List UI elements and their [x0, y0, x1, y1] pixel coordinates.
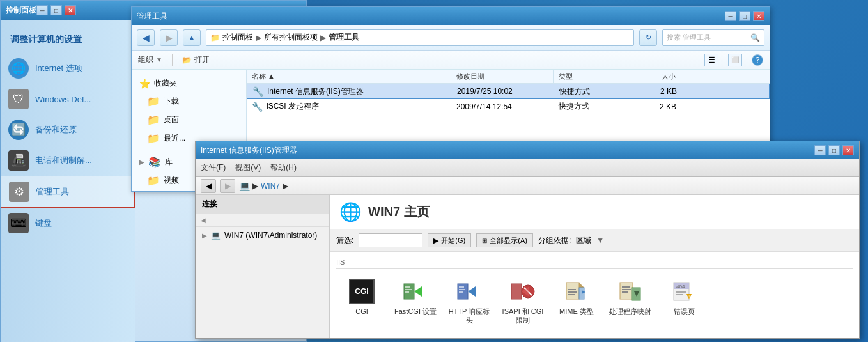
recent-icon: 📁	[147, 132, 160, 144]
iis-minimize-button[interactable]: ─	[814, 145, 826, 155]
iis-icon-mime[interactable]: MIME 类型	[551, 274, 602, 330]
explorer-close-button[interactable]: ✕	[753, 11, 764, 21]
iis-titlebar: Internet 信息服务(IIS)管理器 ─ □ ✕	[196, 141, 859, 159]
cgi-icon-box: CGI	[349, 279, 375, 304]
up-button[interactable]: ▲	[183, 29, 201, 46]
iis-tree-expand-icon: ▶	[202, 232, 207, 239]
favorites-label: 收藏夹	[154, 78, 177, 89]
library-label: 库	[165, 157, 173, 167]
iis-icon-fastcgi[interactable]: FastCGI 设置	[390, 274, 441, 330]
iis-tree-item-win7[interactable]: ▶ 💻 WIN7 (WIN7\Administrator)	[196, 227, 329, 244]
iis-toolbar-row: ◀	[196, 214, 329, 227]
sidebar-item-internet[interactable]: 🌐 Internet 选项	[1, 53, 135, 84]
iis-maximize-button[interactable]: □	[828, 145, 840, 155]
table-row[interactable]: 🔧 iSCSI 发起程序 2009/7/14 12:54 快捷方式 2 KB	[247, 99, 770, 114]
open-button[interactable]: 📂 打开	[182, 54, 210, 65]
left-panel-favorites[interactable]: ⭐ 收藏夹	[132, 75, 246, 92]
svg-rect-8	[459, 289, 465, 290]
breadcrumb-win7[interactable]: WIN7	[261, 182, 280, 190]
search-box[interactable]: 搜索 管理工具 🔍	[662, 29, 764, 46]
svg-rect-23	[622, 289, 631, 290]
explorer-maximize-button[interactable]: □	[739, 11, 750, 21]
handler-icon-img	[617, 279, 643, 304]
svg-rect-22	[622, 286, 630, 288]
address-part1: 控制面板	[222, 32, 253, 43]
fastcgi-svg	[403, 279, 428, 304]
show-all-label: 全部显示(A)	[490, 236, 527, 245]
left-panel-download[interactable]: 📁 下载	[132, 92, 246, 111]
iis-icons-grid: CGI CGI	[336, 274, 853, 330]
address-bar[interactable]: 📁 控制面板 ▶ 所有控制面板项 ▶ 管理工具	[206, 29, 634, 46]
open-icon: 📂	[182, 56, 192, 65]
iis-right-header: 🌐 WIN7 主页	[330, 195, 859, 229]
iscsi-file-name: iSCSI 发起程序	[267, 101, 319, 112]
control-panel-title-label: 控制面板	[6, 5, 36, 16]
column-type[interactable]: 类型	[554, 70, 630, 83]
cgi-icon-img: CGI	[349, 279, 375, 304]
view-btn2[interactable]: ⬜	[728, 54, 742, 66]
sidebar-item-backup-label: 备份和还原	[35, 124, 77, 136]
maximize-button[interactable]: □	[50, 5, 62, 15]
handler-svg	[617, 279, 643, 304]
iis-menu-file[interactable]: 文件(F)	[201, 162, 226, 173]
start-button[interactable]: ▶ 开始(G)	[428, 233, 471, 247]
iis-icon-handler[interactable]: 处理程序映射	[605, 274, 656, 330]
isapi-svg	[510, 279, 536, 304]
fastcgi-label: FastCGI 设置	[394, 307, 437, 316]
svg-rect-21	[620, 283, 633, 299]
iis-menu-view[interactable]: 视图(V)	[235, 162, 261, 173]
windows-def-icon: 🛡	[8, 89, 29, 109]
svg-rect-31	[676, 294, 683, 295]
sidebar-item-keyboard[interactable]: ⌨ 键盘	[1, 208, 135, 238]
svg-marker-1	[414, 286, 422, 297]
groupby-dropdown-arrow[interactable]: ▼	[596, 236, 604, 245]
search-placeholder: 搜索 管理工具	[667, 33, 711, 42]
explorer-titlebar: 管理工具 ─ □ ✕	[132, 7, 770, 25]
table-row[interactable]: 🔧 Internet 信息服务(IIS)管理器 2019/7/25 10:02 …	[247, 84, 770, 99]
breadcrumb-separator1: ▶	[252, 182, 258, 190]
iis-main-title: WIN7 主页	[368, 203, 430, 221]
minimize-button[interactable]: ─	[36, 5, 48, 15]
iis-window: Internet 信息服务(IIS)管理器 ─ □ ✕ 文件(F) 视图(V) …	[195, 141, 860, 339]
iis-back-button[interactable]: ◀	[201, 179, 216, 193]
iis-file-name: Internet 信息服务(IIS)管理器	[267, 86, 364, 97]
svg-rect-17	[568, 291, 577, 293]
iis-icon-http[interactable]: HTTP 响应标头	[444, 274, 495, 330]
file-type-cell: 快捷方式	[554, 85, 631, 98]
show-all-button[interactable]: ⊞ 全部显示(A)	[476, 233, 533, 247]
column-size[interactable]: 大小	[630, 70, 681, 83]
column-date[interactable]: 修改日期	[451, 70, 554, 83]
left-panel-desktop[interactable]: 📁 桌面	[132, 111, 246, 129]
error-label: 错误页	[674, 307, 695, 316]
download-icon: 📁	[147, 95, 160, 107]
recent-label: 最近...	[164, 133, 185, 144]
close-button[interactable]: ✕	[65, 5, 76, 15]
view-button[interactable]: ☰	[704, 54, 718, 66]
sidebar-item-admin-label: 管理工具	[36, 186, 69, 198]
sidebar-item-phone[interactable]: 📠 电话和调制解...	[1, 145, 135, 176]
forward-button[interactable]: ▶	[160, 29, 178, 46]
iis-icon-cgi[interactable]: CGI CGI	[336, 274, 387, 330]
sidebar-item-keyboard-label: 键盘	[35, 217, 52, 229]
iis-menu-help[interactable]: 帮助(H)	[270, 162, 297, 173]
organize-button[interactable]: 组织 ▼	[138, 54, 162, 65]
help-button[interactable]: ?	[752, 54, 763, 66]
column-name[interactable]: 名称 ▲	[247, 70, 451, 83]
iis-icon-isapi[interactable]: ISAPI 和 CGI 限制	[497, 274, 548, 330]
iscsi-file-icon: 🔧	[252, 102, 263, 112]
iis-icon-error[interactable]: 404 ! 错误页	[658, 274, 709, 330]
refresh-button[interactable]: ↻	[639, 29, 657, 46]
back-button[interactable]: ◀	[137, 29, 155, 46]
sidebar-item-admin[interactable]: ⚙ 管理工具	[1, 176, 135, 208]
iis-titlebar-controls: ─ □ ✕	[814, 145, 854, 155]
iis-close-button[interactable]: ✕	[842, 145, 854, 155]
iis-tree-arrow: ◀	[201, 217, 206, 224]
sidebar-item-backup[interactable]: 🔄 备份和还原	[1, 114, 135, 145]
svg-rect-9	[459, 291, 463, 293]
explorer-minimize-button[interactable]: ─	[725, 11, 736, 21]
filter-input[interactable]	[359, 233, 422, 247]
address-part3: 管理工具	[329, 32, 359, 43]
explorer-address-bar-row: ◀ ▶ ▲ 📁 控制面板 ▶ 所有控制面板项 ▶ 管理工具 ↻ 搜索 管理工具 …	[132, 25, 770, 51]
sidebar-item-windows-def[interactable]: 🛡 Windows Def...	[1, 84, 135, 114]
iis-forward-button[interactable]: ▶	[220, 179, 235, 193]
